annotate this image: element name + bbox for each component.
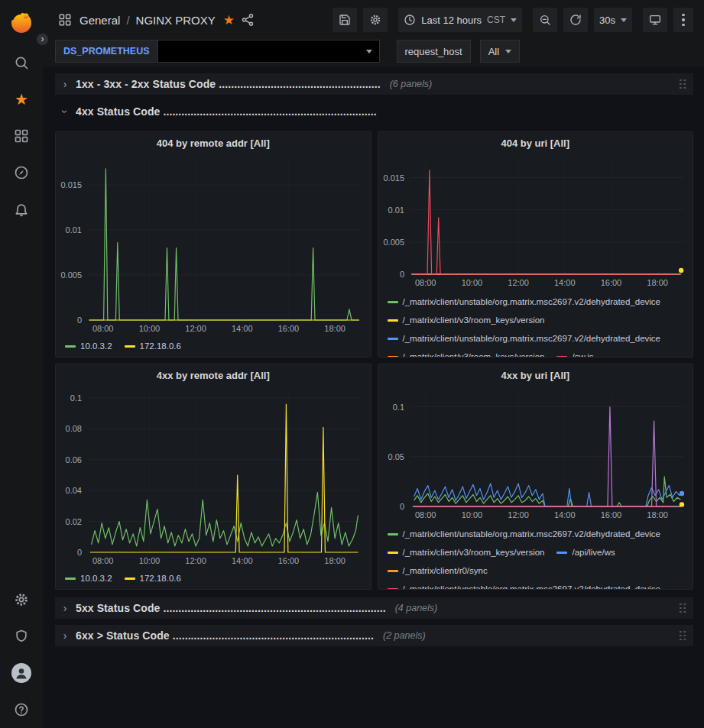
chevron-down-icon — [621, 18, 627, 22]
svg-text:08:00: 08:00 — [92, 324, 114, 333]
svg-text:0.02: 0.02 — [66, 517, 82, 526]
search-icon[interactable] — [6, 47, 37, 78]
legend-item[interactable]: /_matrix/client/unstable/org.matrix.msc2… — [388, 331, 661, 346]
breadcrumb-section[interactable]: General — [79, 14, 120, 27]
panel-4xx-by-remote-addr: 4xx by remote addr [All] 08:0010:0012:00… — [55, 364, 371, 590]
legend-item[interactable]: 10.0.3.2 — [65, 571, 112, 586]
svg-text:0.01: 0.01 — [66, 225, 82, 235]
chevron-right-icon: › — [61, 78, 69, 90]
settings-gear-icon[interactable] — [6, 584, 37, 615]
svg-text:0: 0 — [77, 548, 82, 557]
row-5xx-status-code[interactable]: › 5xx Status Code ......................… — [55, 597, 693, 619]
svg-text:14:00: 14:00 — [232, 556, 253, 565]
legend-label: /_matrix/client/v3/room_keys/version — [403, 352, 545, 357]
kebab-menu-button[interactable] — [673, 8, 693, 32]
share-icon[interactable] — [241, 13, 255, 27]
legend-item[interactable]: /_matrix/client/v3/room_keys/version — [388, 545, 545, 560]
panel-title[interactable]: 4xx by uri [All] — [378, 364, 693, 386]
svg-text:0.1: 0.1 — [70, 393, 82, 403]
tv-mode-button[interactable] — [643, 8, 667, 32]
legend-item[interactable]: /_matrix/client/v3/room_keys/version — [388, 312, 545, 328]
dashboard-squares-icon[interactable] — [58, 13, 72, 27]
starred-star-icon[interactable]: ★ — [6, 84, 37, 115]
panel-title[interactable]: 4xx by remote addr [All] — [56, 364, 371, 386]
request-host-variable-value[interactable]: All — [480, 40, 520, 63]
dashboards-grid-icon[interactable] — [6, 121, 37, 151]
panel-title[interactable]: 404 by uri [All] — [378, 132, 693, 154]
legend-item[interactable]: /api/live/ws — [556, 545, 615, 560]
datasource-variable-value[interactable] — [158, 40, 380, 63]
grafana-logo[interactable] — [8, 9, 34, 35]
legend-item[interactable]: /_matrix/client/v3/room_keys/version — [388, 349, 545, 357]
svg-text:0.005: 0.005 — [383, 238, 404, 247]
legend-item[interactable]: 172.18.0.6 — [125, 571, 181, 586]
dashboard-title[interactable]: NGINX PROXY — [136, 14, 216, 27]
refresh-interval-dropdown[interactable]: 30s — [594, 8, 632, 32]
dashboard-settings-button[interactable] — [363, 8, 388, 32]
timeseries-plot[interactable]: 08:0010:0012:0014:0016:0018:0000.020.040… — [56, 386, 371, 568]
row-1xx-3xx-2xx-status-code[interactable]: › 1xx - 3xx - 2xx Status Code ..........… — [55, 73, 693, 95]
legend-item[interactable]: /_matrix/client/unstable/org.matrix.msc2… — [388, 294, 661, 309]
legend-swatch — [388, 570, 398, 572]
legend-label: /_matrix/client/unstable/org.matrix.msc2… — [403, 334, 661, 343]
svg-text:0.015: 0.015 — [60, 180, 82, 189]
svg-text:0.04: 0.04 — [66, 486, 82, 495]
panel-title[interactable]: 404 by remote addr [All] — [56, 132, 371, 154]
panel-legend: 10.0.3.2172.18.0.6 — [56, 568, 371, 589]
topbar-actions: Last 12 hours CST 30s — [326, 8, 693, 32]
timeseries-plot[interactable]: 08:0010:0012:0014:0016:0018:0000.0050.01… — [378, 154, 693, 290]
svg-text:0.06: 0.06 — [66, 455, 82, 464]
refresh-interval-label: 30s — [599, 15, 615, 26]
timeseries-plot[interactable]: 08:0010:0012:0014:0016:0018:0000.0050.01… — [56, 154, 371, 335]
svg-text:16:00: 16:00 — [600, 278, 621, 287]
explore-compass-icon[interactable] — [6, 157, 37, 188]
legend-swatch — [125, 345, 135, 348]
legend-item[interactable]: /_matrix/client/unstable/org.matrix.msc2… — [388, 581, 661, 589]
svg-text:10:00: 10:00 — [461, 510, 482, 519]
legend-item[interactable]: 172.18.0.6 — [125, 338, 181, 354]
row-drag-handle[interactable] — [679, 603, 687, 614]
request-host-variable-label[interactable]: request_host — [397, 40, 471, 63]
svg-text:0.08: 0.08 — [66, 424, 82, 433]
panel-404-by-remote-addr: 404 by remote addr [All] 08:0010:0012:00… — [55, 131, 371, 358]
legend-item[interactable]: /sw.js — [556, 349, 593, 357]
row-6xx-status-code[interactable]: › 6xx > Status Code ....................… — [55, 625, 693, 646]
svg-text:18:00: 18:00 — [647, 510, 668, 519]
admin-shield-icon[interactable] — [6, 621, 37, 652]
timeseries-svg: 08:0010:0012:0014:0016:0018:0000.0050.01… — [56, 154, 371, 335]
chevron-down-icon — [511, 18, 517, 22]
refresh-button[interactable] — [563, 8, 588, 32]
row-title: 5xx Status Code ........................… — [76, 602, 386, 614]
user-avatar[interactable] — [6, 658, 37, 688]
favorite-star-icon[interactable]: ★ — [223, 12, 235, 28]
datasource-variable-label[interactable]: DS_PROMETHEUS — [55, 40, 158, 63]
zoom-out-button[interactable] — [533, 8, 557, 32]
svg-text:16:00: 16:00 — [278, 324, 300, 333]
request-host-value-text: All — [488, 46, 499, 57]
legend-swatch — [388, 301, 398, 303]
row-drag-handle[interactable] — [679, 79, 687, 90]
svg-text:16:00: 16:00 — [278, 556, 300, 565]
alerting-bell-icon[interactable] — [6, 194, 37, 225]
timeseries-plot[interactable]: 08:0010:0012:0014:0016:0018:0000.050.1 — [378, 386, 693, 522]
row-drag-handle[interactable] — [679, 630, 687, 642]
row-4xx-status-code[interactable]: › 4xx Status Code ......................… — [55, 101, 693, 122]
panel-legend: /_matrix/client/unstable/org.matrix.msc2… — [378, 290, 693, 357]
timeseries-svg: 08:0010:0012:0014:0016:0018:0000.050.1 — [378, 386, 693, 522]
svg-text:10:00: 10:00 — [139, 324, 161, 333]
help-icon[interactable] — [6, 694, 37, 725]
panel-grid: 404 by remote addr [All] 08:0010:0012:00… — [55, 131, 693, 590]
svg-text:14:00: 14:00 — [553, 278, 575, 287]
svg-text:12:00: 12:00 — [508, 510, 529, 519]
save-dashboard-button[interactable] — [333, 8, 357, 32]
legend-swatch — [388, 319, 398, 322]
svg-text:0.05: 0.05 — [388, 452, 404, 461]
legend-item[interactable]: 10.0.3.2 — [65, 338, 112, 354]
sidebar-expand-button[interactable]: › — [36, 33, 49, 46]
legend-item[interactable]: /_matrix/client/r0/sync — [388, 563, 488, 578]
chevron-right-icon: › — [61, 629, 69, 642]
legend-item[interactable]: /_matrix/client/unstable/org.matrix.msc2… — [388, 526, 661, 542]
variables-bar: DS_PROMETHEUS request_host All — [43, 40, 704, 67]
time-range-picker[interactable]: Last 12 hours CST — [398, 8, 522, 32]
legend-label: /_matrix/client/unstable/org.matrix.msc2… — [403, 529, 661, 539]
